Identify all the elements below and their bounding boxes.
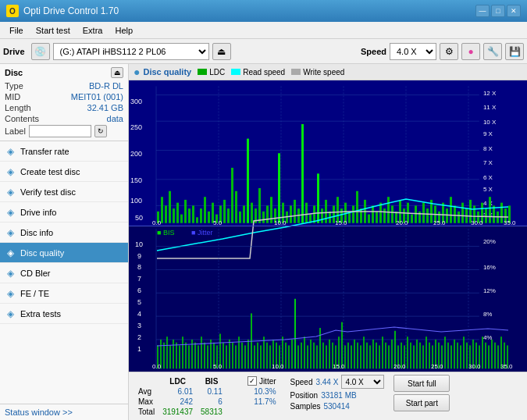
sidebar-item-transfer-rate[interactable]: ◈ Transfer rate [0, 141, 128, 162]
svg-text:25.0: 25.0 [433, 219, 446, 226]
svg-rect-212 [347, 343, 349, 369]
svg-rect-154 [166, 336, 168, 368]
svg-text:7: 7 [137, 275, 141, 283]
disc-type-value: BD-R DL [89, 81, 123, 91]
speed-select[interactable]: 4.0 X [390, 43, 436, 60]
jitter-checkbox[interactable]: ✓ [247, 376, 257, 386]
svg-rect-164 [198, 345, 199, 368]
svg-rect-159 [182, 336, 183, 368]
svg-text:15.0: 15.0 [335, 219, 347, 226]
sidebar-item-verify-test-disc[interactable]: ◈ Verify test disc [0, 182, 128, 202]
jitter-check-row: ✓ Jitter [247, 376, 276, 386]
settings-icon[interactable]: ⚙ [440, 43, 458, 60]
sidebar-item-drive-info[interactable]: ◈ Drive info [0, 202, 128, 222]
svg-text:4: 4 [137, 310, 141, 318]
svg-text:■ Jitter: ■ Jitter [191, 229, 212, 237]
disc-label-input[interactable] [29, 125, 91, 137]
maximize-button[interactable]: □ [491, 5, 505, 17]
tools-icon[interactable]: 🔧 [483, 43, 502, 60]
svg-rect-185 [263, 336, 265, 368]
svg-rect-220 [372, 340, 374, 368]
menu-file[interactable]: File [3, 24, 30, 37]
start-full-button[interactable]: Start full [393, 375, 450, 392]
position-value: 33181 MB [321, 391, 357, 400]
svg-rect-63 [290, 205, 292, 222]
total-bis: 58313 [198, 408, 226, 416]
svg-rect-167 [207, 345, 208, 368]
disc-info-icon: ◈ [5, 227, 16, 238]
sidebar: Disc ⏏ Type BD-R DL MID MEIT01 (001) Len… [0, 64, 129, 420]
svg-rect-250 [466, 343, 468, 369]
svg-rect-193 [288, 345, 290, 368]
svg-rect-182 [254, 345, 255, 368]
svg-rect-234 [416, 340, 418, 368]
svg-text:4%: 4% [483, 334, 493, 341]
start-part-button[interactable]: Start part [393, 394, 450, 411]
sidebar-item-extra-tests[interactable]: ◈ Extra tests [0, 304, 128, 324]
svg-rect-184 [260, 345, 262, 368]
svg-rect-236 [422, 345, 424, 368]
sidebar-item-fe-te[interactable]: ◈ FE / TE [0, 283, 128, 304]
disc-color-icon[interactable]: ● [461, 43, 480, 60]
status-window-button[interactable]: Status window >> [0, 404, 128, 420]
close-button[interactable]: ✕ [507, 5, 521, 17]
svg-text:35.0: 35.0 [500, 363, 513, 370]
svg-text:250: 250 [130, 123, 142, 131]
svg-rect-83 [368, 215, 370, 223]
legend-read-speed: Read speed [231, 68, 285, 77]
svg-rect-165 [201, 336, 202, 368]
svg-rect-85 [376, 212, 378, 223]
svg-text:12 X: 12 X [483, 90, 497, 97]
svg-rect-80 [356, 191, 358, 223]
disc-contents-label: Contents [5, 114, 39, 123]
save-icon[interactable]: 💾 [505, 43, 524, 60]
disc-label-refresh-button[interactable]: ↻ [94, 125, 107, 137]
svg-text:15.0: 15.0 [333, 363, 345, 370]
svg-rect-84 [372, 205, 374, 222]
speed-select-stats[interactable]: 4.0 X [341, 375, 384, 389]
stats-right: Speed 3.44 X 4.0 X Position 33181 MB Sam… [290, 375, 385, 411]
svg-rect-196 [297, 345, 299, 368]
svg-rect-198 [304, 336, 305, 368]
svg-rect-57 [266, 205, 269, 222]
drive-select[interactable]: (G:) ATAPI iHBS112 2 PL06 [53, 43, 209, 60]
charts-area: 300 250 200 150 100 50 12 X 11 X 10 X 9 … [129, 80, 527, 372]
menu-start-test[interactable]: Start test [30, 24, 77, 37]
legend-ldc-label: LDC [209, 68, 225, 77]
svg-text:0.0: 0.0 [152, 219, 162, 226]
svg-text:10 X: 10 X [483, 119, 497, 126]
svg-rect-36 [184, 200, 187, 223]
verify-test-disc-icon: ◈ [5, 187, 16, 198]
svg-rect-160 [185, 343, 187, 369]
drive-icon[interactable]: 💿 [31, 43, 50, 60]
charts-svg: 300 250 200 150 100 50 12 X 11 X 10 X 9 … [129, 80, 527, 372]
svg-rect-156 [173, 340, 174, 368]
svg-rect-175 [232, 343, 233, 369]
speed-current: 3.44 X [315, 378, 338, 386]
svg-text:8%: 8% [483, 311, 493, 318]
menu-help[interactable]: Help [109, 24, 139, 37]
disc-eject-button[interactable]: ⏏ [111, 67, 123, 78]
svg-text:50: 50 [135, 214, 143, 222]
menu-extra[interactable]: Extra [77, 24, 109, 37]
title-bar: O Opti Drive Control 1.70 — □ ✕ [0, 0, 527, 22]
sidebar-item-disc-info[interactable]: ◈ Disc info [0, 222, 128, 243]
cd-bler-icon: ◈ [5, 268, 16, 279]
legend-ldc-color [198, 69, 207, 75]
svg-text:150: 150 [130, 176, 142, 184]
legend-read-speed-color [231, 69, 240, 75]
legend-write-speed: Write speed [291, 68, 344, 77]
svg-rect-206 [329, 340, 330, 368]
svg-text:9 X: 9 X [483, 130, 493, 137]
sidebar-item-create-test-disc[interactable]: ◈ Create test disc [0, 162, 128, 182]
samples-value: 530414 [323, 402, 349, 411]
svg-rect-153 [163, 343, 165, 369]
svg-rect-226 [391, 340, 393, 368]
sidebar-item-disc-quality[interactable]: ◈ Disc quality [0, 243, 128, 263]
extra-tests-icon: ◈ [5, 308, 16, 319]
sidebar-item-cd-bler[interactable]: ◈ CD Bler [0, 263, 128, 283]
minimize-button[interactable]: — [475, 5, 490, 17]
eject-icon[interactable]: ⏏ [212, 43, 231, 60]
sidebar-item-label-disc-info: Disc info [20, 228, 53, 237]
svg-text:16%: 16% [483, 264, 496, 271]
